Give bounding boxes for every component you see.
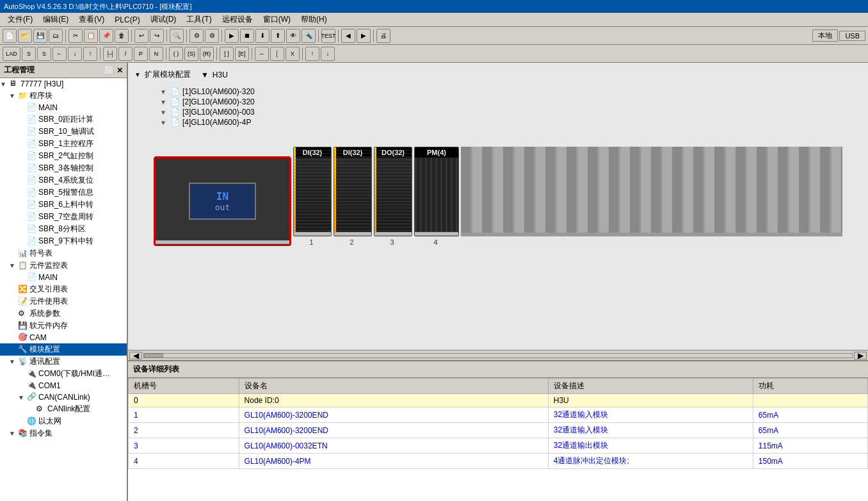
tree-node-cam[interactable]: 🎯CAM	[0, 332, 127, 343]
slot2-di32[interactable]: DI(32)	[334, 147, 372, 236]
tree-node-monitor_main[interactable]: 📄MAIN	[0, 272, 127, 283]
menu-item-调试D[interactable]: 调试(D)	[145, 13, 182, 26]
expand-module-btn[interactable]: ▼	[134, 71, 141, 78]
tree-node-elemuse[interactable]: 📝元件使用表	[0, 295, 127, 308]
cut-btn[interactable]: ✂	[68, 29, 83, 43]
table-row[interactable]: 0 Node ID:0 H3U	[129, 394, 868, 407]
monitor-btn[interactable]: 👁	[286, 29, 300, 43]
expand-btn-commconf[interactable]: ▼	[9, 358, 18, 365]
slot3-do32[interactable]: DO(32)	[374, 147, 412, 236]
lad-btn[interactable]: LAD	[3, 47, 20, 61]
float-icon[interactable]: ⬜	[104, 66, 114, 75]
table-row[interactable]: 2 GL10(AM600)-3200END 32通道输入模块 65mA	[129, 423, 868, 438]
menu-item-帮助H[interactable]: 帮助(H)	[296, 13, 332, 26]
redo-btn[interactable]: ↪	[150, 29, 164, 43]
stop-btn[interactable]: ⏹	[240, 29, 254, 43]
coil2[interactable]: (S)	[184, 47, 198, 61]
arrow-down[interactable]: ↓	[68, 47, 82, 61]
new-btn[interactable]: 📄	[3, 29, 17, 43]
save-all-btn[interactable]: 🗂	[49, 29, 63, 43]
tree-node-sbr1[interactable]: 📄SBR_1主控程序	[0, 138, 127, 150]
tree-node-cmd[interactable]: ▼📚指令集	[0, 427, 127, 439]
tree-node-com1[interactable]: 🔌COM1	[0, 380, 127, 391]
table-row[interactable]: 3 GL10(AM600)-0032ETN 32通道输出模块 115mA	[129, 438, 868, 454]
misc1-btn[interactable]: ◀	[341, 29, 355, 43]
compile-btn[interactable]: ⚙	[189, 29, 204, 43]
func1[interactable]: [ ]	[220, 47, 234, 61]
tree-node-sbr7[interactable]: 📄SBR_7空盘周转	[0, 211, 127, 223]
local-btn[interactable]: 本地	[812, 29, 838, 42]
test1-btn[interactable]: TEST	[321, 29, 335, 43]
func2[interactable]: [E]	[235, 47, 249, 61]
tree-node-symbol[interactable]: 📊符号表	[0, 247, 127, 259]
sub-item-0[interactable]: ▼📄[1]GL10(AM600)-320	[160, 86, 862, 97]
tree-node-eth[interactable]: 🌐以太网	[0, 415, 127, 427]
tree-node-sbr9[interactable]: 📄SBR_9下料中转	[0, 235, 127, 247]
tree-node-sysparam[interactable]: ⚙系统参数	[0, 308, 127, 320]
arrow-d2[interactable]: ↓	[321, 47, 335, 61]
open-btn[interactable]: 📂	[18, 29, 32, 43]
undo-btn[interactable]: ↩	[134, 29, 149, 43]
close-icon[interactable]: ✕	[117, 66, 123, 75]
menu-item-文件F[interactable]: 文件(F)	[3, 13, 38, 26]
wire-del[interactable]: X	[285, 47, 300, 61]
plc-main-unit[interactable]: IN out	[154, 156, 291, 246]
wire-h[interactable]: ─	[255, 47, 269, 61]
run-btn[interactable]: ▶	[225, 29, 239, 43]
tree-node-com0[interactable]: 🔌COM0(下载/HMI通…	[0, 368, 127, 380]
horizontal-scrollbar[interactable]: ◀ ▶	[128, 350, 868, 360]
tree-node-can[interactable]: ▼🔗CAN(CANLink)	[0, 391, 127, 403]
sub-item-2[interactable]: ▼📄[3]GL10(AM600)-003	[160, 107, 862, 117]
sub-item-3[interactable]: ▼📄[4]GL10(AM600)-4P	[160, 117, 862, 127]
sub-item-expand-1[interactable]: ▼	[160, 99, 168, 106]
tree-node-prog[interactable]: ▼📁程序块	[0, 90, 127, 102]
usb-btn[interactable]: USB	[839, 31, 865, 41]
arrow-up[interactable]: ↑	[83, 47, 97, 61]
tree-node-sbr0[interactable]: 📄SBR_0距距计算	[0, 113, 127, 126]
sub-item-expand-0[interactable]: ▼	[160, 88, 168, 95]
tree-node-monitor[interactable]: ▼📋元件监控表	[0, 259, 127, 272]
h3u-expand[interactable]: ▼	[201, 70, 209, 79]
tree-node-modconf[interactable]: 🔧模块配置	[0, 343, 127, 356]
misc2-btn[interactable]: ▶	[357, 29, 371, 43]
paste-btn[interactable]: 📌	[99, 29, 113, 43]
tree-node-canlink[interactable]: ⚙CANlink配置	[0, 403, 127, 415]
table-row[interactable]: 1 GL10(AM600)-3200END 32通道输入模块 65mA	[129, 407, 868, 423]
print-btn[interactable]: 🖨	[376, 29, 390, 43]
tree-node-sbr10[interactable]: 📄SBR_10_轴调试	[0, 126, 127, 138]
expand-btn-cmd[interactable]: ▼	[9, 430, 18, 437]
elem1[interactable]: ├┤	[103, 47, 117, 61]
menu-item-远程设备[interactable]: 远程设备	[217, 13, 258, 26]
s-btn[interactable]: S	[22, 47, 36, 61]
search-btn[interactable]: 🔍	[170, 29, 184, 43]
slot4-pm4[interactable]: PM(4)	[414, 147, 459, 236]
sub-item-1[interactable]: ▼📄[2]GL10(AM600)-320	[160, 97, 862, 107]
save-btn[interactable]: 💾	[33, 29, 47, 43]
elem4[interactable]: N	[149, 47, 163, 61]
upload-btn[interactable]: ⬆	[271, 29, 285, 43]
wire-v[interactable]: │	[270, 47, 284, 61]
menu-item-PLCP[interactable]: PLC(P)	[109, 14, 145, 26]
slot1-di32[interactable]: DI(32)	[293, 147, 332, 236]
expand-btn-monitor[interactable]: ▼	[9, 262, 18, 269]
scroll-right-btn[interactable]: ▶	[854, 352, 867, 359]
sub-item-expand-3[interactable]: ▼	[160, 119, 168, 126]
tree-node-root[interactable]: ▼🖥77777 [H3U]	[0, 78, 127, 90]
tree-node-commconf[interactable]: ▼📡通讯配置	[0, 356, 127, 368]
menu-item-工具T[interactable]: 工具(T)	[181, 13, 216, 26]
menu-item-查看V[interactable]: 查看(V)	[74, 13, 109, 26]
copy-btn[interactable]: 📋	[84, 29, 98, 43]
scroll-left-btn[interactable]: ◀	[129, 352, 142, 359]
tree-node-softmem[interactable]: 💾软元件内存	[0, 320, 127, 332]
expand-btn-prog[interactable]: ▼	[9, 92, 18, 99]
elem2[interactable]: /	[118, 47, 133, 61]
menu-item-编辑E[interactable]: 编辑(E)	[38, 13, 74, 26]
elem3[interactable]: P	[134, 47, 148, 61]
tree-node-sbr8[interactable]: 📄SBR_8分料区	[0, 223, 127, 235]
menu-item-窗口W[interactable]: 窗口(W)	[258, 13, 296, 26]
arrow-left[interactable]: ←	[52, 47, 67, 61]
tree-node-sbr2[interactable]: 📄SBR_2气缸控制	[0, 150, 127, 162]
tree-node-sbr4[interactable]: 📄SBR_4系统复位	[0, 174, 127, 186]
arrow-u2[interactable]: ↑	[305, 47, 319, 61]
tree-node-main[interactable]: 📄MAIN	[0, 102, 127, 113]
